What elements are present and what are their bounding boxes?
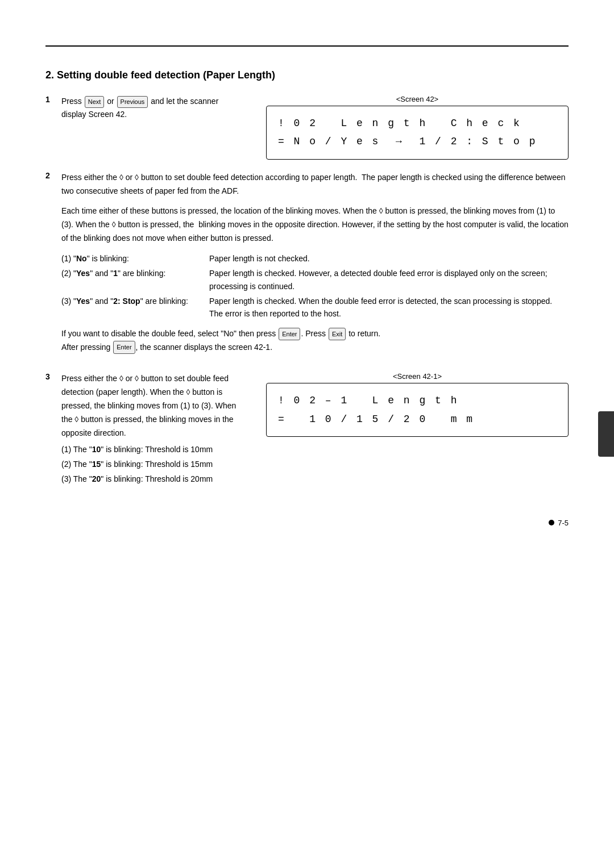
step-1-number: 1	[45, 95, 57, 104]
step-3-row: 3 Press either the ◊ or ◊ button to set …	[45, 372, 569, 493]
step-1-columns: Press Next or Previous and let the scann…	[61, 95, 569, 160]
list-item-2-label: (2) "Yes" and "1" are blinking:	[61, 267, 209, 293]
next-key: Next	[85, 96, 105, 108]
step-1-body: Press Next or Previous and let the scann…	[61, 95, 569, 160]
screen-42-1-display: ! 0 2 – 1 L e n g t h = 1 0 / 1 5 / 2 0 …	[266, 383, 569, 437]
step-2-row: 2 Press either the ◊ or ◊ button to set …	[45, 171, 569, 361]
list-item-1-label: (1) "No" is blinking:	[61, 252, 209, 265]
step-2-para1: Press either the ◊ or ◊ button to set do…	[61, 171, 569, 198]
step-3-left: Press either the ◊ or ◊ button to set do…	[61, 372, 243, 487]
list-item-3: (3) "Yes" and "2: Stop" are blinking: Pa…	[61, 295, 569, 320]
exit-key: Exit	[329, 328, 346, 341]
section-title: 2. Setting double feed detection (Paper …	[45, 69, 569, 81]
step-2-footer: If you want to disable the double feed, …	[61, 327, 569, 354]
enter-key-1: Enter	[279, 328, 300, 341]
screen-42-1-label: <Screen 42-1>	[266, 372, 569, 381]
step-3-number: 3	[45, 372, 57, 381]
step-2-number: 2	[45, 171, 57, 180]
list-item-2-desc: Paper length is checked. However, a dete…	[209, 267, 569, 293]
page-number: 7-5	[549, 519, 569, 527]
screen-42-line2: = N o / Y e s → 1 / 2 : S t o p	[278, 132, 557, 151]
previous-key: Previous	[117, 96, 148, 108]
top-rule	[45, 45, 569, 47]
step-1-right: <Screen 42> ! 0 2 L e n g t h C h e c k …	[266, 95, 569, 160]
step-2-list: (1) "No" is blinking: Paper length is no…	[61, 252, 569, 320]
right-tab	[598, 411, 614, 457]
step-1-row: 1 Press Next or Previous and let the sca…	[45, 95, 569, 160]
screen-42-1-line1: ! 0 2 – 1 L e n g t h	[278, 391, 557, 410]
sublist-item-3: (3) The "20" is blinking: Threshold is 2…	[61, 473, 243, 486]
list-item-1-desc: Paper length is not checked.	[209, 252, 569, 265]
step-1-left: Press Next or Previous and let the scann…	[61, 95, 243, 120]
sublist-item-2: (2) The "15" is blinking: Threshold is 1…	[61, 458, 243, 471]
list-item-3-label: (3) "Yes" and "2: Stop" are blinking:	[61, 295, 209, 320]
screen-42-line1: ! 0 2 L e n g t h C h e c k	[278, 114, 557, 132]
step-3-columns: Press either the ◊ or ◊ button to set do…	[61, 372, 569, 487]
list-item-1: (1) "No" is blinking: Paper length is no…	[61, 252, 569, 265]
step-3-body: Press either the ◊ or ◊ button to set do…	[61, 372, 569, 493]
step-2-body: Press either the ◊ or ◊ button to set do…	[61, 171, 569, 361]
screen-42-1-line2: = 1 0 / 1 5 / 2 0 m m	[278, 410, 557, 428]
step-3-left-text: Press either the ◊ or ◊ button to set do…	[61, 372, 243, 440]
screen-42-display: ! 0 2 L e n g t h C h e c k = N o / Y e …	[266, 106, 569, 160]
list-item-3-desc: Paper length is checked. When the double…	[209, 295, 569, 320]
step-3-sublist: (1) The "10" is blinking: Threshold is 1…	[61, 443, 243, 486]
step-3-right: <Screen 42-1> ! 0 2 – 1 L e n g t h = 1 …	[266, 372, 569, 437]
page-number-text: 7-5	[558, 519, 569, 527]
step-2-para2: Each time either of these buttons is pre…	[61, 205, 569, 245]
page-container: 2. Setting double feed detection (Paper …	[0, 0, 614, 550]
list-item-2: (2) "Yes" and "1" are blinking: Paper le…	[61, 267, 569, 293]
enter-key-2: Enter	[113, 341, 135, 354]
page-dot	[549, 520, 554, 525]
sublist-item-1: (1) The "10" is blinking: Threshold is 1…	[61, 443, 243, 457]
screen-42-label: <Screen 42>	[266, 95, 569, 103]
